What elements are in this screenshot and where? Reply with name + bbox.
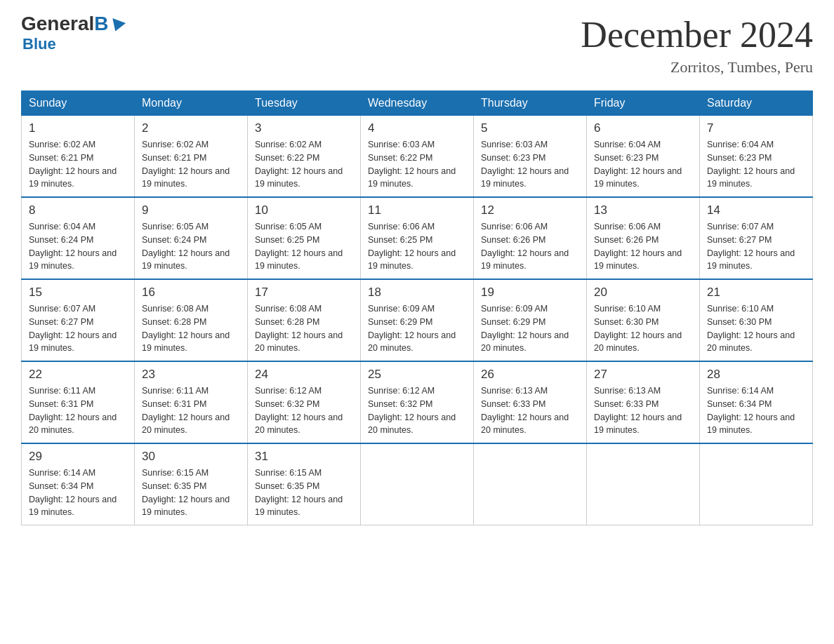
day-number: 27 <box>594 368 692 382</box>
col-sunday: Sunday <box>22 91 135 116</box>
day-number: 5 <box>481 121 579 135</box>
day-info: Sunrise: 6:11 AM Sunset: 6:31 PM Dayligh… <box>29 384 127 437</box>
day-info: Sunrise: 6:14 AM Sunset: 6:34 PM Dayligh… <box>707 384 805 437</box>
table-row: 21 Sunrise: 6:10 AM Sunset: 6:30 PM Dayl… <box>700 279 813 361</box>
day-number: 20 <box>594 286 692 300</box>
day-number: 3 <box>255 121 353 135</box>
table-row: 18 Sunrise: 6:09 AM Sunset: 6:29 PM Dayl… <box>361 279 474 361</box>
table-row <box>474 443 587 525</box>
day-info: Sunrise: 6:07 AM Sunset: 6:27 PM Dayligh… <box>29 302 127 355</box>
calendar-week-row: 29 Sunrise: 6:14 AM Sunset: 6:34 PM Dayl… <box>22 443 813 525</box>
day-info: Sunrise: 6:15 AM Sunset: 6:35 PM Dayligh… <box>255 467 353 519</box>
logo-blue-part: B <box>94 14 124 34</box>
day-info: Sunrise: 6:12 AM Sunset: 6:32 PM Dayligh… <box>368 384 466 437</box>
day-number: 7 <box>707 121 805 135</box>
table-row: 4 Sunrise: 6:03 AM Sunset: 6:22 PM Dayli… <box>361 116 474 198</box>
table-row: 13 Sunrise: 6:06 AM Sunset: 6:26 PM Dayl… <box>587 197 700 279</box>
col-friday: Friday <box>587 91 700 116</box>
day-info: Sunrise: 6:02 AM Sunset: 6:21 PM Dayligh… <box>29 138 127 191</box>
col-tuesday: Tuesday <box>248 91 361 116</box>
day-number: 21 <box>707 286 805 300</box>
day-number: 22 <box>29 368 127 382</box>
col-saturday: Saturday <box>700 91 813 116</box>
logo-text: General B <box>21 14 124 34</box>
day-info: Sunrise: 6:02 AM Sunset: 6:21 PM Dayligh… <box>142 138 240 191</box>
day-info: Sunrise: 6:07 AM Sunset: 6:27 PM Dayligh… <box>707 220 805 273</box>
day-info: Sunrise: 6:09 AM Sunset: 6:29 PM Dayligh… <box>481 302 579 355</box>
day-number: 4 <box>368 121 466 135</box>
table-row: 20 Sunrise: 6:10 AM Sunset: 6:30 PM Dayl… <box>587 279 700 361</box>
table-row: 26 Sunrise: 6:13 AM Sunset: 6:33 PM Dayl… <box>474 361 587 443</box>
day-number: 9 <box>142 203 240 217</box>
day-info: Sunrise: 6:13 AM Sunset: 6:33 PM Dayligh… <box>594 384 692 437</box>
table-row <box>587 443 700 525</box>
day-info: Sunrise: 6:06 AM Sunset: 6:26 PM Dayligh… <box>594 220 692 273</box>
day-info: Sunrise: 6:05 AM Sunset: 6:24 PM Dayligh… <box>142 220 240 273</box>
col-wednesday: Wednesday <box>361 91 474 116</box>
day-number: 28 <box>707 368 805 382</box>
day-number: 19 <box>481 286 579 300</box>
table-row: 19 Sunrise: 6:09 AM Sunset: 6:29 PM Dayl… <box>474 279 587 361</box>
day-number: 12 <box>481 203 579 217</box>
day-info: Sunrise: 6:09 AM Sunset: 6:29 PM Dayligh… <box>368 302 466 355</box>
table-row: 10 Sunrise: 6:05 AM Sunset: 6:25 PM Dayl… <box>248 197 361 279</box>
table-row <box>361 443 474 525</box>
calendar-week-row: 15 Sunrise: 6:07 AM Sunset: 6:27 PM Dayl… <box>22 279 813 361</box>
day-number: 2 <box>142 121 240 135</box>
day-info: Sunrise: 6:02 AM Sunset: 6:22 PM Dayligh… <box>255 138 353 191</box>
logo-blue-text: B <box>94 14 108 34</box>
logo-triangle-icon <box>108 18 125 34</box>
table-row: 5 Sunrise: 6:03 AM Sunset: 6:23 PM Dayli… <box>474 116 587 198</box>
day-number: 18 <box>368 286 466 300</box>
day-info: Sunrise: 6:06 AM Sunset: 6:25 PM Dayligh… <box>368 220 466 273</box>
table-row: 1 Sunrise: 6:02 AM Sunset: 6:21 PM Dayli… <box>22 116 135 198</box>
table-row: 16 Sunrise: 6:08 AM Sunset: 6:28 PM Dayl… <box>135 279 248 361</box>
table-row: 27 Sunrise: 6:13 AM Sunset: 6:33 PM Dayl… <box>587 361 700 443</box>
day-info: Sunrise: 6:04 AM Sunset: 6:23 PM Dayligh… <box>707 138 805 191</box>
calendar-table: Sunday Monday Tuesday Wednesday Thursday… <box>21 90 813 525</box>
table-row: 17 Sunrise: 6:08 AM Sunset: 6:28 PM Dayl… <box>248 279 361 361</box>
day-number: 17 <box>255 286 353 300</box>
logo: General B Blue <box>21 14 124 53</box>
table-row: 14 Sunrise: 6:07 AM Sunset: 6:27 PM Dayl… <box>700 197 813 279</box>
calendar-week-row: 1 Sunrise: 6:02 AM Sunset: 6:21 PM Dayli… <box>22 116 813 198</box>
calendar-month-year: December 2024 <box>581 14 813 55</box>
table-row: 3 Sunrise: 6:02 AM Sunset: 6:22 PM Dayli… <box>248 116 361 198</box>
day-number: 29 <box>29 450 127 464</box>
table-row: 29 Sunrise: 6:14 AM Sunset: 6:34 PM Dayl… <box>22 443 135 525</box>
logo-subtitle: Blue <box>22 35 56 53</box>
day-number: 6 <box>594 121 692 135</box>
table-row: 2 Sunrise: 6:02 AM Sunset: 6:21 PM Dayli… <box>135 116 248 198</box>
day-info: Sunrise: 6:08 AM Sunset: 6:28 PM Dayligh… <box>142 302 240 355</box>
logo-general-text: General <box>21 14 94 34</box>
day-info: Sunrise: 6:14 AM Sunset: 6:34 PM Dayligh… <box>29 467 127 519</box>
table-row: 31 Sunrise: 6:15 AM Sunset: 6:35 PM Dayl… <box>248 443 361 525</box>
day-info: Sunrise: 6:10 AM Sunset: 6:30 PM Dayligh… <box>594 302 692 355</box>
table-row: 6 Sunrise: 6:04 AM Sunset: 6:23 PM Dayli… <box>587 116 700 198</box>
day-info: Sunrise: 6:08 AM Sunset: 6:28 PM Dayligh… <box>255 302 353 355</box>
day-number: 23 <box>142 368 240 382</box>
col-monday: Monday <box>135 91 248 116</box>
day-info: Sunrise: 6:06 AM Sunset: 6:26 PM Dayligh… <box>481 220 579 273</box>
calendar-week-row: 8 Sunrise: 6:04 AM Sunset: 6:24 PM Dayli… <box>22 197 813 279</box>
table-row: 7 Sunrise: 6:04 AM Sunset: 6:23 PM Dayli… <box>700 116 813 198</box>
table-row: 11 Sunrise: 6:06 AM Sunset: 6:25 PM Dayl… <box>361 197 474 279</box>
day-number: 26 <box>481 368 579 382</box>
day-info: Sunrise: 6:04 AM Sunset: 6:24 PM Dayligh… <box>29 220 127 273</box>
table-row <box>700 443 813 525</box>
table-row: 8 Sunrise: 6:04 AM Sunset: 6:24 PM Dayli… <box>22 197 135 279</box>
table-row: 24 Sunrise: 6:12 AM Sunset: 6:32 PM Dayl… <box>248 361 361 443</box>
table-row: 25 Sunrise: 6:12 AM Sunset: 6:32 PM Dayl… <box>361 361 474 443</box>
day-info: Sunrise: 6:03 AM Sunset: 6:23 PM Dayligh… <box>481 138 579 191</box>
day-number: 16 <box>142 286 240 300</box>
table-row: 22 Sunrise: 6:11 AM Sunset: 6:31 PM Dayl… <box>22 361 135 443</box>
day-number: 15 <box>29 286 127 300</box>
day-number: 31 <box>255 450 353 464</box>
day-number: 14 <box>707 203 805 217</box>
day-number: 1 <box>29 121 127 135</box>
day-info: Sunrise: 6:10 AM Sunset: 6:30 PM Dayligh… <box>707 302 805 355</box>
day-info: Sunrise: 6:11 AM Sunset: 6:31 PM Dayligh… <box>142 384 240 437</box>
table-row: 28 Sunrise: 6:14 AM Sunset: 6:34 PM Dayl… <box>700 361 813 443</box>
table-row: 30 Sunrise: 6:15 AM Sunset: 6:35 PM Dayl… <box>135 443 248 525</box>
page-header: General B Blue December 2024 Zorritos, T… <box>21 14 813 76</box>
